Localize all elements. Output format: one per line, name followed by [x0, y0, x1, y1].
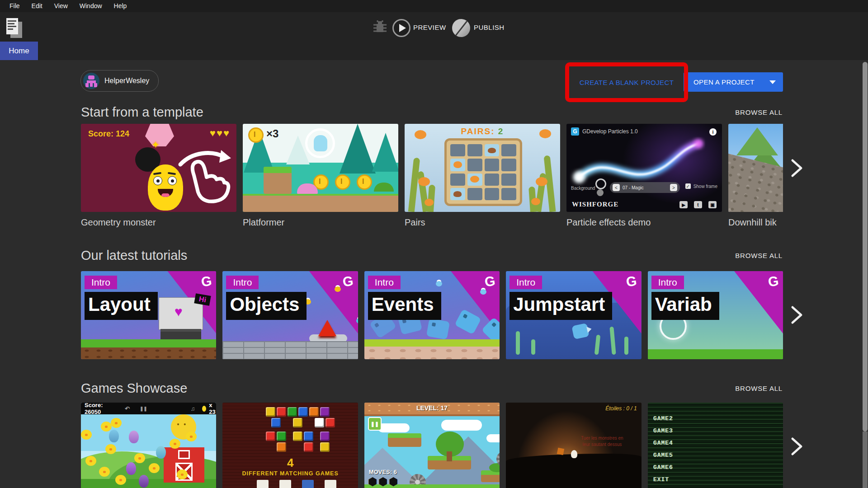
decor-shape: [309, 407, 319, 417]
decor-shape: Intro: [368, 276, 401, 289]
decor-shape: [453, 191, 462, 197]
decor-shape: [134, 453, 145, 463]
decor-shape: [186, 432, 197, 441]
showcase-row: Score: 26050 ↶ ❚❚ ♫ x 23 4 DIFFERENT MAT…: [81, 403, 783, 488]
template-card-particle-effects[interactable]: G GDevelop Particles 1.0 i Background < …: [566, 124, 722, 232]
showcase-card-retro-menu[interactable]: GAME2 GAME3 GAME4 GAME5 GAME6 EXIT: [648, 403, 783, 488]
decor-shape: [6, 18, 18, 34]
decor-shape: [501, 159, 516, 171]
decor-shape: [279, 480, 291, 488]
particles-thumbnail: G GDevelop Particles 1.0 i Background < …: [566, 124, 722, 212]
tutorial-card-jumpstart[interactable]: G Intro Jumpstart: [506, 271, 641, 359]
decor-shape: [271, 418, 281, 427]
decor-shape: [94, 83, 97, 87]
template-card-geometry-monster[interactable]: Score: 124 ♥♥♥ ✦ Geometry monster: [81, 124, 236, 232]
decor-shape: [81, 339, 216, 347]
debugger-icon[interactable]: [371, 19, 389, 37]
showcase-card-night-game[interactable]: Étoiles : 0 / 1 Tuer les monstres en leu…: [506, 403, 641, 488]
decor-shape: [425, 199, 434, 206]
itch-icon: ▣: [708, 201, 717, 208]
decor-shape: [364, 339, 500, 347]
menu-edit[interactable]: Edit: [26, 0, 48, 12]
decor-shape: [790, 436, 803, 456]
decor-shape: Variab: [651, 292, 719, 320]
decor-shape: [178, 450, 190, 459]
open-project-button[interactable]: OPEN A PROJECT: [684, 72, 783, 92]
gdevelop-logo: G: [200, 273, 213, 290]
decor-shape: [566, 124, 722, 212]
tutorial-card-objects[interactable]: G Intro Objects: [222, 271, 358, 359]
create-blank-project-button[interactable]: CREATE A BLANK PROJECT: [571, 70, 683, 94]
decor-shape: [156, 446, 166, 459]
decor-shape: [288, 407, 297, 417]
decor-shape: [595, 178, 606, 189]
tab-home[interactable]: Home: [0, 42, 38, 60]
decor-shape: GAME2: [653, 415, 673, 422]
browse-all-showcase[interactable]: BROWSE ALL: [735, 385, 783, 392]
menu-window[interactable]: Window: [74, 0, 108, 12]
decor-shape: [536, 177, 547, 186]
username-label: HelperWesley: [104, 77, 149, 85]
tutorial-card-layout[interactable]: G Intro Layout ♥ Hi: [81, 271, 216, 359]
section-title-tutorials: Our latest tutorials: [81, 248, 187, 263]
preview-play-icon[interactable]: [392, 19, 410, 37]
section-title-templates: Start from a template: [81, 105, 203, 120]
decor-shape: [139, 475, 149, 488]
scrollbar-track[interactable]: [863, 432, 868, 488]
twitter-icon: t: [694, 201, 702, 208]
user-profile-chip[interactable]: HelperWesley: [80, 70, 159, 92]
template-title: Pairs: [405, 217, 560, 228]
decor-shape: [467, 144, 482, 156]
decor-shape: GAME4: [653, 440, 673, 446]
template-card-downhill-bike[interactable]: G Downhill bik: [728, 124, 783, 232]
pairs-board: [444, 138, 522, 206]
decor-shape: [485, 144, 500, 156]
browse-all-tutorials[interactable]: BROWSE ALL: [735, 252, 783, 259]
tutorial-card-variables[interactable]: G Intro Variab +1: [648, 271, 783, 359]
template-card-pairs[interactable]: PAIRS: 2 Pairs: [405, 124, 560, 232]
showcase-card-easter-game[interactable]: Score: 26050 ↶ ❚❚ ♫ x 23: [81, 403, 216, 488]
decor-shape: I: [335, 174, 350, 190]
scrollbar-thumb[interactable]: [863, 62, 868, 432]
menu-view[interactable]: View: [48, 0, 74, 12]
decor-shape: Tuer les monstres en leur sautant dessus: [581, 435, 623, 448]
carousel-next-templates[interactable]: [787, 158, 807, 178]
decor-shape: [364, 347, 500, 359]
decor-shape: Events: [368, 292, 441, 320]
fish-icon: [415, 130, 426, 139]
decor-shape: [378, 21, 382, 24]
project-manager-icon[interactable]: [6, 18, 24, 40]
decor-shape: [506, 454, 641, 488]
decor-shape: [418, 177, 430, 186]
decor-shape: [315, 418, 324, 427]
decor-shape: PAIRS: 2: [405, 127, 560, 136]
preview-button[interactable]: PREVIEW: [413, 23, 446, 31]
decor-shape: [470, 176, 479, 183]
browse-all-templates[interactable]: BROWSE ALL: [735, 108, 783, 116]
geometry-monster-thumbnail: Score: 124 ♥♥♥ ✦: [81, 124, 236, 212]
showcase-card-tile-on[interactable]: 4 DIFFERENT MATCHING GAMES: [222, 403, 358, 488]
decor-shape: Tuer les monstres en: [581, 435, 623, 441]
publish-button[interactable]: PUBLISH: [474, 23, 505, 31]
decor-shape: Score: 26050: [85, 403, 108, 415]
decor-shape: [257, 480, 269, 488]
menu-file[interactable]: File: [4, 0, 26, 12]
template-card-platformer[interactable]: I ×3 I I I Platformer: [243, 124, 398, 232]
decor-shape: [467, 159, 482, 171]
publish-icon[interactable]: [452, 19, 470, 37]
decor-shape: Étoiles : 0 / 1: [605, 405, 637, 412]
section-title-showcase: Games Showcase: [81, 381, 187, 396]
decor-shape: Objects: [226, 292, 307, 320]
platform-block: [264, 167, 292, 194]
carousel-next-tutorials[interactable]: [787, 305, 807, 325]
tutorial-card-events[interactable]: G Intro Events: [364, 271, 500, 359]
decor-shape: [126, 462, 136, 475]
menu-help[interactable]: Help: [108, 0, 133, 12]
decor-shape: ▶ t ▣: [679, 201, 717, 208]
decor-shape: Score: 124: [88, 129, 129, 139]
showcase-card-forest-level[interactable]: LEVEL: 17 ❚❚ MOVES: 6 ⬢⬢⬢: [364, 403, 500, 488]
decor-shape: [298, 407, 308, 417]
pairs-thumbnail: PAIRS: 2: [405, 124, 560, 212]
decor-shape: [597, 189, 604, 196]
carousel-next-showcase[interactable]: [787, 436, 807, 456]
